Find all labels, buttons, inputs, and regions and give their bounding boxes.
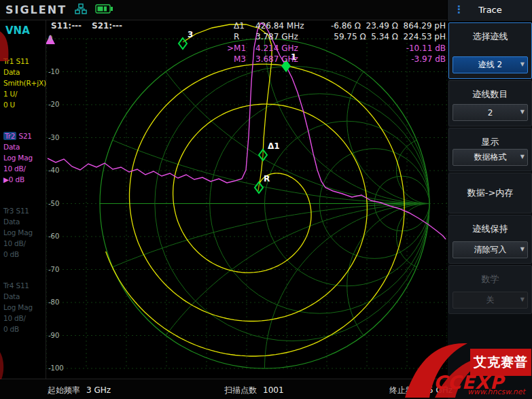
menu-item-3: 显示数据格式▼ (448, 128, 532, 171)
menu-item-label: 迹线保持 (449, 223, 531, 235)
marker-3[interactable]: 3 (179, 30, 193, 49)
title-bar: SIGLENT (0, 0, 447, 20)
menu-item-2: 迹线数目2▼ (448, 80, 532, 126)
lan-icon (75, 3, 87, 17)
battery-icon (95, 3, 113, 16)
trace-menu-panel: ⋮ Trace 选择迹线迹线 2▼迹线数目2▼显示数据格式▼数据->内存迹线保持… (447, 0, 532, 399)
svg-text:Δ1: Δ1 (268, 141, 280, 151)
trace-item-tr2[interactable]: Tr2 S21DataLog Mag10 dB/▶0 dB (3, 131, 33, 185)
menu-item-dropdown[interactable]: 清除写入▼ (453, 241, 528, 258)
menu-title: Trace (448, 5, 532, 15)
svg-text:1: 1 (291, 52, 296, 62)
siglent-logo: SIGLENT (5, 3, 67, 16)
menu-item-label: 选择迹线 (449, 31, 531, 43)
trace-tr1-curve (106, 24, 404, 356)
svg-text:R: R (264, 174, 270, 184)
menu-item-5: 迹线保持清除写入▼ (448, 215, 532, 264)
trace-sidebar: VNA Tr1 S11DataSmith(R+jX)1 U/0 UTr2 S21… (0, 20, 46, 379)
chevron-down-icon: ▼ (520, 109, 525, 115)
menu-item-label: 数学 (449, 273, 531, 285)
marker-R[interactable]: R (255, 174, 270, 193)
smith-grid (100, 39, 429, 368)
menu-header: ⋮ Trace (448, 0, 532, 22)
status-s21: S21:--- (92, 21, 122, 31)
sweep-points-field[interactable]: 扫描点数1001 (224, 385, 284, 396)
chevron-down-icon: ▼ (520, 296, 525, 302)
status-s11: S11:--- (51, 21, 82, 31)
plot-area: 13Δ1R S11:--- S21:--- Δ1426.84 MHz-6.86 … (46, 20, 447, 379)
chevron-down-icon: ▼ (520, 246, 525, 252)
vna-screen: SIGLENT VNA Tr1 S11DataSmith(R+jX)1 U/0 … (0, 0, 532, 399)
menu-item-label: 数据->内存 (449, 187, 531, 199)
menu-item-label: 迹线数目 (449, 88, 531, 101)
menu-item-dropdown[interactable]: 2▼ (453, 104, 528, 121)
menu-item-6: 数学关▼ (448, 265, 532, 314)
start-frequency-field[interactable]: 起始频率3 GHz (48, 385, 111, 396)
trace-item-tr4[interactable]: Tr4 S11DataLog Mag10 dB/0 dB (3, 280, 33, 334)
trace-item-tr1[interactable]: Tr1 S11DataSmith(R+jX)1 U/0 U (3, 56, 46, 110)
marker-Δ1[interactable]: Δ1 (259, 141, 280, 160)
svg-text:3: 3 (188, 30, 193, 39)
menu-item-dropdown[interactable]: 迹线 2▼ (453, 56, 528, 73)
chevron-down-icon: ▼ (520, 61, 525, 67)
status-bar: 起始频率3 GHz 扫描点数1001 终止频率5 GHz (0, 379, 447, 399)
menu-item-4[interactable]: 数据->内存 (448, 173, 532, 213)
menu-item-1: 选择迹线迹线 2▼ (448, 22, 532, 79)
trace-item-tr3[interactable]: Tr3 S11DataLog Mag10 dB/0 dB (3, 205, 33, 260)
smith-chart-plot: 13Δ1R (46, 20, 447, 379)
menu-item-dropdown[interactable]: 数据格式▼ (453, 149, 528, 166)
trace-list: Tr1 S11DataSmith(R+jX)1 U/0 UTr2 S21Data… (0, 20, 46, 379)
tr2-ref-indicator (46, 35, 55, 44)
chevron-down-icon: ▼ (520, 154, 525, 160)
menu-item-dropdown[interactable]: 关▼ (453, 292, 528, 309)
menu-item-label: 显示 (449, 136, 531, 148)
stop-frequency-field[interactable]: 终止频率5 GHz (389, 385, 453, 396)
